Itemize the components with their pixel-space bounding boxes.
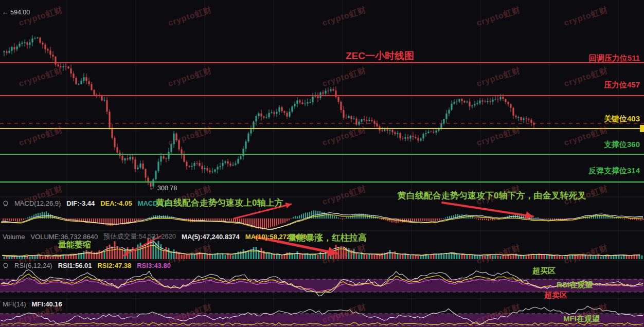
mfi-indicator-row: MFI(14) MFI:40.16 [3, 300, 62, 308]
indicator-settings-icon[interactable] [3, 201, 9, 207]
chart-annotation: 量能暴涨，红柱拉高 [288, 232, 367, 244]
indicator-settings-icon[interactable] [3, 263, 9, 269]
volume-estimate-value: 预估成交量:54,531.2620 [103, 232, 176, 241]
macd-dea-value: DEA:-4.05 [100, 199, 132, 207]
chart-annotation: 黄白线配合走势匀速攻上0轴上方 [156, 197, 283, 209]
chart-annotation: MFI在观望 [563, 314, 600, 324]
rsi2-value: RSI2:47.38 [97, 262, 131, 269]
low-price-marker: ← 300.78 [149, 185, 177, 192]
price-level-label: 压力位457 [604, 80, 640, 90]
mfi-name: MFI(14) [3, 300, 26, 308]
chart-annotation: 超买区 [532, 266, 556, 276]
price-level-label: 支撑位360 [604, 140, 640, 150]
chart-annotation: 量能萎缩 [58, 240, 91, 250]
mfi-value: MFI:40.16 [32, 300, 62, 308]
high-price-marker: ← 594.00 [2, 9, 30, 16]
rsi3-value: RSI3:43.80 [137, 262, 171, 269]
macd-indicator-row: MACD(12,26,9) DIF:-3.44 DEA:-4.05 MACD:1… [3, 199, 173, 207]
volume-ma5-value: MA(5):47,240.8374 [182, 233, 240, 241]
chart-annotation: RSI在观望 [557, 280, 593, 290]
volume-indicator-row: Volume VOLUME:36,732.8640 预估成交量:54,531.2… [3, 232, 307, 241]
rsi1-value: RSI1:56.01 [58, 262, 92, 269]
price-level-label: 关键位403 [604, 114, 640, 124]
chart-title: ZEC一小时线图 [346, 49, 414, 63]
price-level-label: 反弹支撑位314 [588, 166, 640, 176]
chart-annotation: 黄白线配合走势匀速攻下0轴下方，由金叉转死叉 [398, 190, 586, 202]
macd-name: MACD(12,26,9) [14, 199, 61, 207]
macd-dif-value: DIF:-3.44 [66, 199, 95, 207]
rsi-indicator-row: RSI(6,12,24) RSI1:56.01 RSI2:47.38 RSI3:… [3, 262, 171, 269]
price-level-label: 回调压力位511 [589, 53, 640, 63]
rsi-name: RSI(6,12,24) [14, 262, 52, 269]
volume-name: Volume [3, 233, 25, 241]
trading-chart-app: crypto虹财crypto虹财crypto虹财crypto虹财crypto虹财… [0, 0, 644, 327]
chart-annotation: 超卖区 [544, 290, 567, 300]
